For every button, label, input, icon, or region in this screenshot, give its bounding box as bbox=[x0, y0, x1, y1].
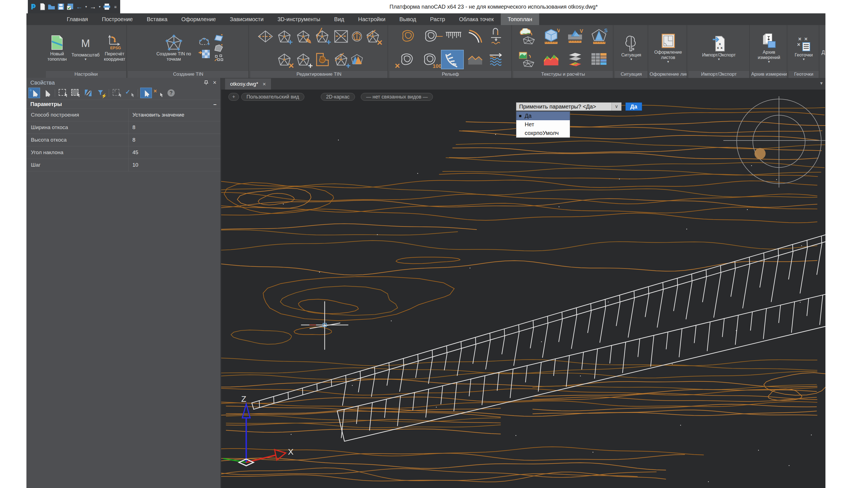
prompt-confirm-button[interactable]: Да bbox=[625, 102, 642, 111]
situation-button[interactable]: Ситуация ▾ bbox=[620, 34, 642, 61]
confirm-selection-tool[interactable]: ✓ bbox=[124, 88, 135, 98]
row-value[interactable]: 45 bbox=[128, 146, 220, 159]
app-logo-icon[interactable] bbox=[30, 3, 37, 10]
new-topoplan-button[interactable]: Новый топоплан bbox=[46, 33, 68, 62]
select-add-tool[interactable]: + bbox=[29, 88, 40, 98]
tin-edit-vertex-button[interactable]: ✎ bbox=[294, 27, 312, 45]
tab-vyvod[interactable]: Вывод bbox=[392, 13, 423, 25]
option-yes[interactable]: Да bbox=[516, 112, 570, 120]
prompt-question[interactable]: Применить параметры? <Да> bbox=[516, 102, 612, 111]
row-value[interactable]: 8 bbox=[128, 134, 220, 146]
texture-from-cloud-button[interactable] bbox=[516, 27, 539, 45]
tin-add-edge-button[interactable]: + bbox=[332, 50, 350, 69]
tab-zavisimosti[interactable]: Зависимости bbox=[223, 13, 271, 25]
contours-label-button[interactable]: 100 bbox=[419, 50, 440, 69]
volume-relief-button[interactable]: V bbox=[563, 27, 587, 45]
close-properties-icon[interactable]: × bbox=[213, 79, 216, 86]
undo-icon[interactable]: ← bbox=[76, 3, 83, 10]
slope-arc-button[interactable] bbox=[465, 27, 487, 45]
save-icon[interactable] bbox=[58, 3, 64, 10]
compare-surfaces-button[interactable] bbox=[563, 50, 587, 69]
new-file-icon[interactable] bbox=[40, 3, 45, 10]
tin-move-vertex-button[interactable]: + bbox=[294, 50, 312, 69]
tab-oblaka-tochek[interactable]: Облака точек bbox=[452, 13, 501, 25]
select-up-tool[interactable]: ↑ bbox=[112, 88, 123, 98]
area-surface-button[interactable]: S bbox=[587, 27, 611, 45]
import-export-button[interactable]: xxx Импорт/Экспорт ▾ bbox=[701, 34, 737, 61]
toposcale-button[interactable]: M Топомасштаб ▾ bbox=[71, 34, 101, 61]
pointer-mode-tool[interactable] bbox=[141, 88, 152, 98]
tab-rastr[interactable]: Растр bbox=[423, 13, 452, 25]
sheets-button[interactable]: Оформление листов ▾ bbox=[650, 32, 686, 64]
row-value[interactable]: Установить значение bbox=[128, 109, 220, 121]
create-tin-by-points-button[interactable]: Создание TIN по точкам bbox=[152, 33, 196, 62]
tin-area-edit-button[interactable] bbox=[313, 50, 331, 69]
tin-add-breakline-button[interactable]: + bbox=[313, 27, 331, 45]
open-file-icon[interactable] bbox=[48, 3, 55, 10]
row-value[interactable]: 10 bbox=[128, 159, 220, 171]
flood-zones-button[interactable] bbox=[487, 50, 505, 69]
select-window-tool[interactable] bbox=[58, 88, 69, 98]
contours-create-button[interactable] bbox=[397, 27, 419, 45]
viewport-view-button[interactable]: Пользовательский вид bbox=[241, 93, 304, 101]
tin-delete-edge-button[interactable]: × bbox=[364, 27, 382, 45]
document-tab[interactable]: otkosy.dwg* × bbox=[225, 79, 271, 90]
contours-delete-button[interactable]: × bbox=[396, 50, 417, 69]
contours-edit-button[interactable]: — bbox=[420, 27, 441, 45]
tin-from-grid-button[interactable] bbox=[198, 48, 210, 59]
drawing-viewport[interactable]: ZX + Пользовательский вид 2D-каркас — не… bbox=[221, 90, 826, 488]
pin-icon[interactable] bbox=[204, 80, 208, 85]
tin-surface-gray-button[interactable] bbox=[213, 43, 225, 53]
viewport-linked-views-button[interactable]: — нет связанных видов — bbox=[361, 93, 433, 101]
tab-oformlenie[interactable]: Оформление bbox=[175, 13, 223, 25]
tin-edit-diagonal-button[interactable] bbox=[256, 27, 275, 45]
toolbar-options-icon[interactable]: ≡ bbox=[113, 3, 118, 10]
tab-nastroyki[interactable]: Настройки bbox=[351, 13, 392, 25]
prompt-dropdown-icon[interactable]: ∨ bbox=[612, 102, 621, 111]
tin-surface-blue-button[interactable] bbox=[213, 33, 225, 42]
tin-pyramid-button[interactable] bbox=[351, 52, 363, 67]
slope-hatch-button[interactable] bbox=[441, 50, 463, 69]
height-colors-button[interactable] bbox=[539, 50, 563, 69]
quick-filter-tool[interactable]: ⚡ bbox=[95, 88, 106, 98]
select-crossing-tool[interactable] bbox=[70, 88, 81, 98]
tin-delete-vertex-button[interactable]: × bbox=[275, 50, 293, 69]
tin-from-cloud-button[interactable] bbox=[198, 36, 210, 48]
option-save-default[interactable]: сохрпоУмолч bbox=[516, 129, 570, 138]
deselect-tool[interactable]: × bbox=[153, 88, 164, 98]
tab-vstavka[interactable]: Вставка bbox=[140, 13, 175, 25]
tab-vid[interactable]: Вид bbox=[327, 13, 351, 25]
collapse-group-icon[interactable]: – bbox=[213, 101, 216, 108]
bergstrich-button[interactable] bbox=[443, 27, 464, 45]
tab-glavnaya[interactable]: Главная bbox=[60, 13, 95, 25]
tab-3d-instrumenty[interactable]: 3D-инструменты bbox=[271, 13, 327, 25]
tab-list-dropdown-icon[interactable]: ▾ bbox=[820, 80, 823, 86]
print-icon[interactable] bbox=[103, 3, 111, 10]
tin-points-button[interactable] bbox=[213, 53, 225, 63]
volume-mesh-button[interactable]: V bbox=[539, 27, 563, 45]
save-as-icon[interactable] bbox=[67, 3, 73, 10]
tab-topoplan[interactable]: Топоплан bbox=[501, 13, 539, 25]
row-value[interactable]: 8 bbox=[128, 121, 220, 133]
option-no[interactable]: Нет bbox=[516, 120, 570, 129]
tin-add-vertex-button[interactable]: + bbox=[275, 27, 293, 45]
select-tool[interactable] bbox=[41, 88, 52, 98]
undo-dropdown-icon[interactable]: ▾ bbox=[85, 3, 87, 10]
geopoints-button[interactable]: ××× Геоточки ▾ bbox=[794, 34, 814, 61]
redo-icon[interactable]: → bbox=[90, 3, 96, 10]
invert-selection-tool[interactable] bbox=[83, 88, 94, 98]
volumes-table-button[interactable] bbox=[587, 50, 611, 69]
structure-line-button[interactable] bbox=[490, 28, 502, 36]
close-document-icon[interactable]: × bbox=[262, 81, 266, 87]
help-icon[interactable]: ? bbox=[165, 88, 177, 98]
profile-button[interactable] bbox=[464, 50, 486, 69]
parameters-group-header[interactable]: Параметры – bbox=[26, 100, 220, 109]
tin-contour-circle-button[interactable] bbox=[351, 29, 363, 44]
tab-postroenie[interactable]: Построение bbox=[95, 13, 140, 25]
viewport-plus-button[interactable]: + bbox=[228, 93, 239, 101]
texture-from-image-button[interactable] bbox=[516, 50, 539, 69]
viewport-visual-style-button[interactable]: 2D-каркас bbox=[321, 93, 355, 101]
redo-dropdown-icon[interactable]: ▾ bbox=[99, 3, 101, 10]
recalc-coords-button[interactable]: EPSG Пересчёт координат bbox=[103, 33, 126, 62]
tin-edge-swap-button[interactable] bbox=[332, 27, 350, 45]
